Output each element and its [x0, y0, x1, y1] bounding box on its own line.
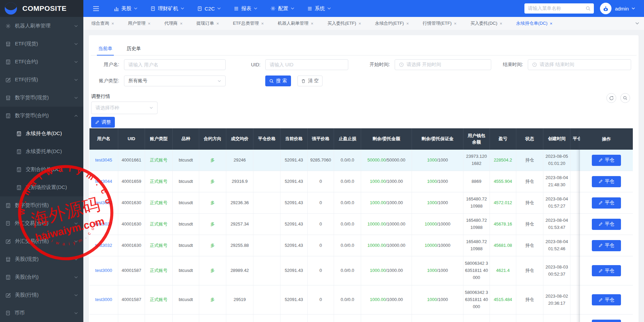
close-position-button[interactable]: 平仓	[592, 265, 621, 276]
close-position-button[interactable]: 平仓	[592, 197, 621, 209]
menu-search-box[interactable]: 请输入菜单名称	[524, 3, 594, 14]
close-position-button[interactable]: 平仓	[592, 219, 621, 230]
nav-menu-us-stock[interactable]: 美股	[107, 0, 144, 17]
sidebar-item-us-spot[interactable]: 美股(现货)	[0, 250, 83, 268]
sidebar-item-etf-spot[interactable]: ETF(现货)	[0, 35, 83, 53]
close-position-button[interactable]: 平仓	[592, 176, 621, 187]
navbar-menus: 美股理财矿机C2C报表配置系统	[107, 0, 337, 17]
sidebar-item-coin-coin[interactable]: 币币	[0, 304, 83, 322]
close-icon[interactable]: ×	[454, 21, 457, 26]
open-tab-9[interactable]: 行情管理(ETF)×	[423, 20, 457, 26]
sidebar-item-dc-perp-order[interactable]: SQL永续委托单(DC)	[0, 143, 83, 160]
close-icon[interactable]: ×	[148, 21, 151, 26]
nav-menu-c2c[interactable]: C2C	[191, 0, 227, 17]
chevron-down-icon	[635, 22, 639, 25]
sidebar-item-etf-contract[interactable]: SQLETF(合约)	[0, 53, 83, 71]
open-tab-3[interactable]: 代理商×	[164, 20, 183, 26]
open-tab-1[interactable]: 综合查询×	[91, 20, 114, 26]
cell-close	[253, 235, 281, 256]
cell-value: 40001659	[122, 178, 141, 185]
user-link[interactable]: test3044	[95, 178, 112, 185]
open-tab-5[interactable]: ETF总类管理×	[233, 20, 264, 26]
clear-button[interactable]: 清 空	[297, 76, 323, 86]
close-icon[interactable]: ×	[111, 21, 114, 26]
close-icon[interactable]: ×	[261, 21, 264, 26]
open-tab-6[interactable]: 机器人刷单管理×	[278, 20, 314, 26]
account-type-select[interactable]: 所有账号	[124, 76, 226, 86]
cell-value: /1000	[437, 157, 448, 164]
close-icon[interactable]: ×	[500, 21, 502, 26]
cell-username: test3032	[89, 235, 118, 256]
open-tab-7[interactable]: 买入委托(ETF)×	[327, 20, 361, 26]
user-link[interactable]: test3045	[95, 157, 112, 164]
close-position-button[interactable]: 平仓	[592, 320, 621, 322]
nav-menu-wealth-miner[interactable]: 理财矿机	[144, 0, 191, 17]
close-position-button[interactable]: 平仓	[592, 294, 621, 305]
uid-input[interactable]	[265, 59, 348, 70]
close-position-button[interactable]: 平仓	[592, 240, 621, 251]
sidebar-collapse-icon[interactable]	[93, 6, 99, 11]
close-position-button[interactable]: 平仓	[592, 155, 621, 166]
sidebar-item-label: 交割合约单(DC)	[26, 166, 62, 173]
open-tab-8[interactable]: 永续合约(ETF)×	[375, 20, 409, 26]
close-icon[interactable]: ×	[406, 21, 409, 26]
pencil-icon	[95, 120, 99, 124]
column-search-button[interactable]	[620, 93, 630, 103]
sidebar-item-dc-market[interactable]: SQL数字货币(行情)	[0, 196, 83, 214]
refresh-button[interactable]	[606, 93, 616, 103]
open-tab-2[interactable]: 用户管理×	[128, 20, 151, 26]
open-tab-10[interactable]: 买入委托(DC)×	[471, 20, 502, 26]
sidebar-item-dc-spot[interactable]: 数字货币(现货)	[0, 89, 83, 107]
sidebar-item-us-market[interactable]: 美股(行情)	[0, 286, 83, 304]
cell-value: /10000	[437, 242, 451, 249]
username-input[interactable]	[124, 59, 226, 70]
user-menu[interactable]: admin	[615, 6, 635, 12]
tab-current-orders[interactable]: 当前单	[98, 42, 112, 55]
filter-username: 用户名:	[89, 59, 226, 70]
sidebar-item-forex-contract[interactable]: 外汇交易(合约)	[0, 214, 83, 232]
sidebar-item-dc-delivery-control[interactable]: SQL交割场控设置(DC)	[0, 178, 83, 196]
close-icon[interactable]: ×	[550, 21, 553, 26]
user-link[interactable]: test3032	[95, 199, 112, 207]
sidebar-item-dc-delivery-order[interactable]: SQL交割合约单(DC)	[0, 160, 83, 178]
tab-list-button[interactable]	[630, 17, 644, 30]
cell-value: /1000	[437, 199, 448, 207]
user-link[interactable]: test3000	[95, 296, 112, 303]
user-link[interactable]: test3000	[95, 267, 112, 274]
nav-menu-report[interactable]: 报表	[227, 0, 264, 17]
cell-value: 多	[210, 242, 215, 249]
sidebar-item-forex-market[interactable]: 外汇交易(行情)	[0, 232, 83, 250]
cell-username: test3000	[89, 256, 118, 285]
close-icon[interactable]: ×	[216, 21, 219, 26]
close-icon[interactable]: ×	[358, 21, 361, 26]
sidebar-item-dc-perp-position[interactable]: SQL永续持仓单(DC)	[0, 125, 83, 143]
sidebar-item-robot-trade[interactable]: 机器人刷单管理	[0, 17, 83, 35]
cell-value: /1000	[437, 178, 448, 185]
nav-menu-system[interactable]: 系统	[301, 0, 337, 17]
search-button[interactable]: 搜 索	[265, 76, 291, 86]
sql-doc-icon: SQL	[5, 113, 11, 119]
sidebar-item-us-contract[interactable]: SQL美股(合约)	[0, 268, 83, 286]
close-icon[interactable]: ×	[311, 21, 314, 26]
start-time-picker[interactable]: 请选择 开始时间	[395, 59, 491, 70]
avatar[interactable]	[600, 3, 611, 14]
adjust-button[interactable]: 调整	[91, 117, 115, 128]
open-tab-4[interactable]: 提现订单×	[196, 20, 219, 26]
sidebar-item-etf-market[interactable]: ETF(行情)	[0, 71, 83, 89]
search-icon	[269, 79, 274, 83]
user-link[interactable]: test3032	[95, 242, 112, 249]
cell-tpsl	[334, 315, 361, 322]
sidebar-item-label: 外汇交易(合约)	[15, 220, 48, 227]
open-tab-11[interactable]: 永续持仓单(DC)×	[516, 20, 553, 26]
cell-symbol: btcusdt	[173, 256, 199, 285]
coin-select[interactable]: 请选择币种	[91, 102, 158, 114]
user-link[interactable]: test3037	[95, 221, 112, 228]
end-time-picker[interactable]: 请选择 结束时间	[528, 59, 631, 70]
cell-acct: 正式账号	[145, 150, 173, 171]
close-icon[interactable]: ×	[180, 21, 183, 26]
cell-avg: 29236.36	[226, 192, 253, 213]
chevron-down-icon	[74, 43, 78, 45]
nav-menu-config[interactable]: 配置	[264, 0, 301, 17]
tab-history-orders[interactable]: 历史单	[127, 42, 141, 55]
sidebar-item-dc-contract[interactable]: SQL数字货币(合约)	[0, 107, 83, 125]
